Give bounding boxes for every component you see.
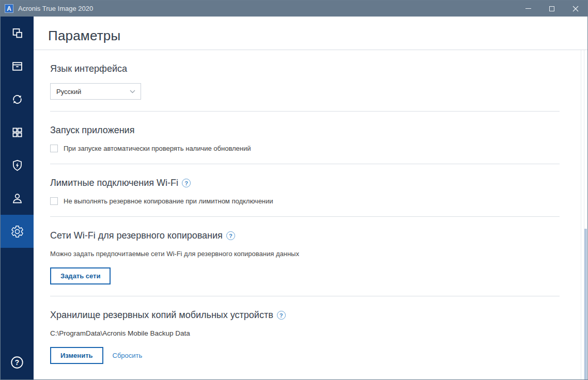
sidebar-item-account[interactable] [1,182,34,215]
backup-wifi-heading: Сети Wi-Fi для резервного копирования ? [50,230,560,241]
page-title: Параметры [48,28,120,44]
check-updates-row: При запуске автоматически проверять нали… [50,145,560,152]
maximize-button[interactable] [540,1,564,17]
settings-content: Язык интерфейса Русский Запуск приложени… [34,50,587,375]
scrollbar-thumb[interactable] [584,229,587,380]
metered-wifi-row: Не выполнять резервное копирование при л… [50,197,560,205]
settings-page: Параметры Язык интерфейса Русский Запуск… [34,17,587,380]
close-button[interactable] [564,1,587,17]
maximize-icon [549,6,554,11]
section-backup-wifi: Сети Wi-Fi для резервного копирования ? … [50,217,560,296]
section-interface-language: Язык интерфейса Русский [50,50,560,112]
sidebar: ? [1,17,34,380]
sidebar-item-backup[interactable] [1,17,34,50]
window-title: Acronis True Image 2020 [18,5,93,12]
vertical-scrollbar[interactable] [581,50,587,380]
interface-language-heading: Язык интерфейса [50,64,560,74]
metered-wifi-heading-text: Лимитные подключения Wi-Fi [50,178,178,188]
check-updates-label[interactable]: При запуске автоматически проверять нали… [64,145,251,152]
page-header: Параметры [34,17,587,50]
language-select[interactable]: Русский [50,83,141,100]
svg-text:?: ? [15,358,20,367]
language-select-value: Русский [56,88,81,96]
chevron-down-icon [130,90,135,93]
metered-wifi-help-icon[interactable]: ? [182,179,191,187]
dashboard-icon [10,125,24,139]
check-updates-checkbox[interactable] [50,145,58,152]
sidebar-item-sync[interactable] [1,83,34,116]
help-icon: ? [9,355,25,370]
sidebar-item-settings[interactable] [1,215,34,248]
backup-wifi-help-icon[interactable]: ? [226,231,235,240]
mobile-storage-heading: Хранилище резервных копий мобильных устр… [50,310,560,321]
reset-storage-link[interactable]: Сбросить [113,352,143,359]
mobile-storage-heading-text: Хранилище резервных копий мобильных устр… [50,310,273,321]
titlebar: A Acronis True Image 2020 [1,1,587,17]
section-metered-wifi: Лимитные подключения Wi-Fi ? Не выполнят… [50,164,560,217]
section-mobile-backup-storage: Хранилище резервных копий мобильных устр… [50,296,560,375]
app-startup-heading: Запуск приложения [50,125,560,136]
settings-gear-icon [10,225,24,239]
change-storage-button[interactable]: Изменить [50,347,103,364]
metered-wifi-label[interactable]: Не выполнять резервное копирование при л… [64,197,273,205]
metered-wifi-heading: Лимитные подключения Wi-Fi ? [50,178,560,188]
acronis-logo-icon: A [5,4,13,13]
metered-wifi-checkbox[interactable] [50,197,58,205]
account-person-icon [10,192,24,205]
minimize-button[interactable] [516,1,540,17]
set-networks-button[interactable]: Задать сети [50,267,111,284]
mobile-storage-help-icon[interactable]: ? [277,311,286,320]
mobile-storage-path: C:\ProgramData\Acronis Mobile Backup Dat… [50,329,560,337]
sidebar-item-protection[interactable] [1,149,34,182]
mobile-storage-actions: Изменить Сбросить [50,347,560,364]
backup-wifi-heading-text: Сети Wi-Fi для резервного копирования [50,230,223,241]
backup-icon [10,26,24,40]
archive-icon [10,59,24,73]
acronis-window: A Acronis True Image 2020 [0,0,588,380]
protection-shield-icon [10,159,24,172]
minimize-icon [525,8,531,9]
sync-icon [10,92,24,106]
sidebar-item-dashboard[interactable] [1,116,34,149]
section-app-startup: Запуск приложения При запуске автоматиче… [50,112,560,164]
backup-wifi-description: Можно задать предпочитаемые сети Wi-Fi д… [50,250,560,258]
close-icon [572,6,579,12]
sidebar-item-archive[interactable] [1,50,34,83]
sidebar-item-help[interactable]: ? [1,344,34,380]
window-controls [516,1,587,17]
